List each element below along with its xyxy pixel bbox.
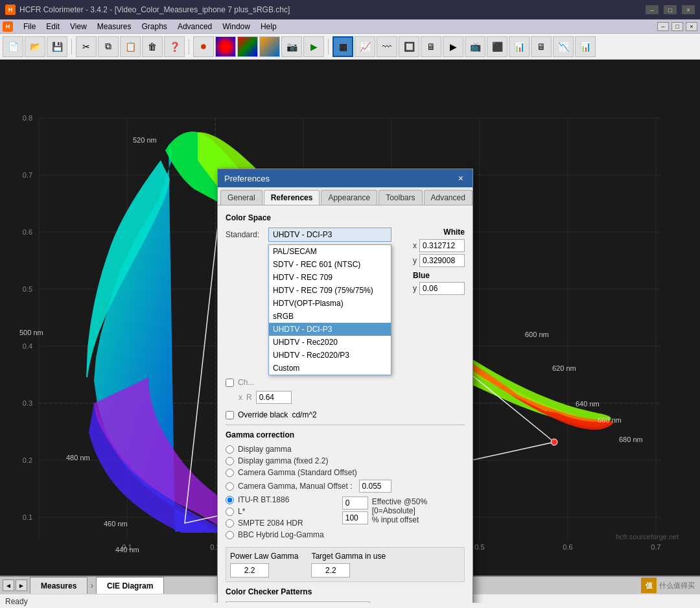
effective-input-2[interactable] xyxy=(342,511,368,524)
toolbar-save[interactable]: 💾 xyxy=(47,36,67,57)
dropdown-item-pal[interactable]: PAL/SECAM xyxy=(269,245,391,258)
color-checker-title: Color Checker Patterns xyxy=(226,587,465,596)
toolbar-view7[interactable]: 📺 xyxy=(465,36,485,57)
target-gamma-input[interactable] xyxy=(311,563,350,578)
override-black-checkbox[interactable] xyxy=(226,411,234,419)
r-x-input[interactable] xyxy=(256,391,292,404)
blue-y-input[interactable]: 0.06 xyxy=(419,282,465,295)
white-coords-section: White x 0.312712 y 0.329008 Blue y 0.06 xyxy=(413,228,465,295)
menu-graphs[interactable]: Graphs xyxy=(137,21,172,32)
radio-itu: ITU-R BT.1886 xyxy=(226,495,324,504)
toolbar-view11[interactable]: 📉 xyxy=(553,36,574,57)
menu-advanced[interactable]: Advanced xyxy=(172,21,217,32)
dropdown-item-srgb[interactable]: sRGB xyxy=(269,310,391,323)
white-y-input[interactable]: 0.329008 xyxy=(419,254,465,267)
menu-view[interactable]: View xyxy=(65,21,92,32)
radio-camera-manual-input[interactable] xyxy=(226,482,234,491)
toolbar-copy[interactable]: ⧉ xyxy=(98,36,119,57)
effective-label-2: [0=Absolute] xyxy=(372,506,427,515)
bottom-tab-measures[interactable]: Measures xyxy=(30,577,88,594)
white-x-label: x xyxy=(413,241,417,250)
r-row: x R xyxy=(226,391,408,404)
svg-text:hcfr.sourceforge.net: hcfr.sourceforge.net xyxy=(616,533,679,541)
menu-measures[interactable]: Measures xyxy=(92,21,137,32)
svg-point-22 xyxy=(551,439,557,445)
toolbar-view6[interactable]: ▶ xyxy=(443,36,463,57)
toolbar-open[interactable]: 📂 xyxy=(25,36,45,57)
dropdown-item-rec2020-p3[interactable]: UHDTV - Rec2020/P3 xyxy=(269,349,391,362)
radio-lstar-input[interactable] xyxy=(226,508,234,516)
power-law-input[interactable] xyxy=(230,563,269,578)
toolbar-view2[interactable]: 📈 xyxy=(355,36,375,57)
radio-display-fixed-input[interactable] xyxy=(226,457,234,465)
toolbar-view3[interactable]: 〰 xyxy=(377,36,397,57)
override-black-unit: cd/m^2 xyxy=(292,410,316,419)
toolbar-new[interactable]: 📄 xyxy=(3,36,23,57)
toolbar-view1[interactable]: ▦ xyxy=(332,36,353,57)
toolbar-camera[interactable]: 📷 xyxy=(281,36,302,57)
tab-appearance[interactable]: Appearance xyxy=(321,190,377,205)
menu-edit[interactable]: Edit xyxy=(41,21,65,32)
svg-text:440 nm: 440 nm xyxy=(115,546,139,552)
toolbar-view12[interactable]: 📊 xyxy=(575,36,596,57)
radio-display-fixed-label: Display gamma (fixed 2.2) xyxy=(238,456,328,465)
toolbar-help[interactable]: ❓ xyxy=(164,36,185,57)
dialog-close-button[interactable]: × xyxy=(456,173,466,183)
toolbar-view5[interactable]: 🖥 xyxy=(421,36,441,57)
radio-lstar-label: L* xyxy=(238,507,245,516)
toolbar-view10[interactable]: 🖥 xyxy=(531,36,552,57)
toolbar-color2[interactable] xyxy=(237,36,258,57)
mdi-close[interactable]: × xyxy=(686,22,697,31)
radio-bbc-input[interactable] xyxy=(226,531,234,539)
minimize-button[interactable]: – xyxy=(646,5,659,14)
restore-button[interactable]: □ xyxy=(664,5,677,14)
dropdown-item-rec2020[interactable]: UHDTV - Rec2020 xyxy=(269,336,391,349)
radio-camera-standard-input[interactable] xyxy=(226,469,234,477)
svg-text:0.8: 0.8 xyxy=(23,114,32,122)
mdi-restore[interactable]: □ xyxy=(671,22,683,31)
toolbar-view9[interactable]: 📊 xyxy=(509,36,530,57)
dropdown-item-custom[interactable]: Custom xyxy=(269,362,391,375)
dropdown-item-sdtv[interactable]: SDTV - REC 601 (NTSC) xyxy=(269,258,391,271)
toolbar-play[interactable]: ▶ xyxy=(303,36,324,57)
white-x-row: x 0.312712 xyxy=(413,239,465,252)
blue-label: Blue xyxy=(413,271,465,280)
toolbar-view8[interactable]: ⬛ xyxy=(487,36,508,57)
menu-help[interactable]: Help xyxy=(255,21,282,32)
checkbox-1[interactable] xyxy=(226,379,234,387)
bottom-tab-cie[interactable]: CIE Diagram xyxy=(96,577,164,594)
menu-file[interactable]: File xyxy=(18,21,41,32)
radio-smpte: SMPTE 2084 HDR xyxy=(226,519,324,528)
radio-display-gamma-input[interactable] xyxy=(226,445,234,454)
tab-advanced[interactable]: Advanced xyxy=(424,190,472,205)
toolbar-delete[interactable]: 🗑 xyxy=(142,36,163,57)
camera-manual-input[interactable] xyxy=(359,480,391,493)
radio-itu-input[interactable] xyxy=(226,496,234,504)
dialog-title-bar: Preferences × xyxy=(218,169,472,187)
effective-input-1[interactable] xyxy=(342,497,368,509)
dropdown-item-hdtv709[interactable]: HDTV - REC 709 xyxy=(269,271,391,284)
toolbar-paste[interactable]: 📋 xyxy=(120,36,141,57)
tab-next-btn[interactable]: ► xyxy=(16,579,27,591)
tab-references[interactable]: References xyxy=(264,190,320,205)
dropdown-item-hdtv-opt[interactable]: HDTV(OPT-Plasma) xyxy=(269,297,391,310)
dropdown-item-hdtv709-75[interactable]: HDTV - REC 709 (75%/75%) xyxy=(269,284,391,297)
tab-general[interactable]: General xyxy=(220,190,262,205)
toolbar-color3[interactable] xyxy=(259,36,280,57)
mdi-minimize[interactable]: – xyxy=(657,22,669,31)
dropdown-item-uhdtv-dcip3[interactable]: UHDTV - DCI-P3 xyxy=(269,323,391,336)
radio-smpte-input[interactable] xyxy=(226,519,234,528)
toolbar-color1[interactable] xyxy=(215,36,236,57)
standard-select[interactable]: PAL/SECAM SDTV - REC 601 (NTSC) HDTV - R… xyxy=(268,228,391,242)
tab-toolbars[interactable]: Toolbars xyxy=(379,190,422,205)
toolbar-cut[interactable]: ✂ xyxy=(76,36,97,57)
window-controls[interactable]: – □ × xyxy=(646,5,695,14)
close-button[interactable]: × xyxy=(682,5,695,14)
cc-select[interactable]: GCD classic GCD extended Custom xyxy=(226,602,370,603)
target-gamma-label: Target Gamma in use xyxy=(311,552,386,561)
menu-window[interactable]: Window xyxy=(217,21,255,32)
toolbar-view4[interactable]: 🔲 xyxy=(399,36,419,57)
tab-prev-btn[interactable]: ◄ xyxy=(3,579,14,591)
toolbar-record[interactable]: ● xyxy=(193,36,214,57)
white-x-input[interactable]: 0.312712 xyxy=(419,239,465,252)
